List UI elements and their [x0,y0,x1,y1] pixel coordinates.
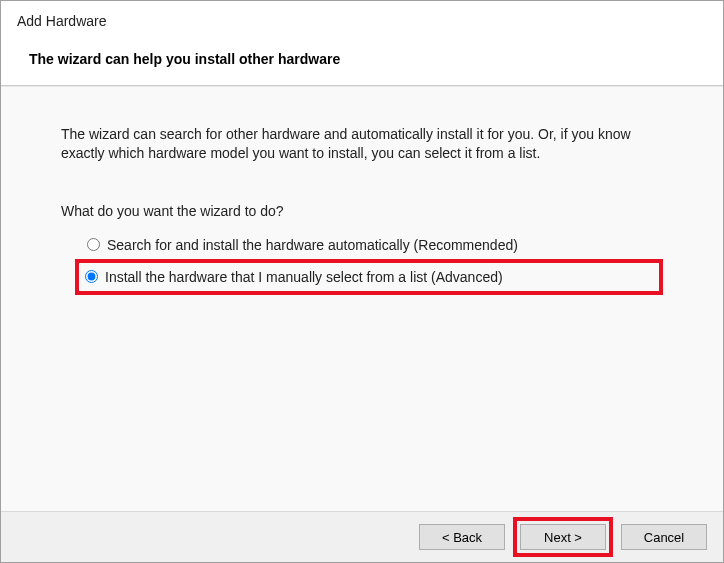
radio-group: Search for and install the hardware auto… [61,233,663,295]
wizard-footer: < Back Next > Cancel [1,511,723,562]
radio-auto-input[interactable] [87,238,100,251]
radio-option-manual[interactable]: Install the hardware that I manually sel… [75,259,663,295]
back-button[interactable]: < Back [419,524,505,550]
question-text: What do you want the wizard to do? [61,203,663,219]
wizard-header: Add Hardware The wizard can help you ins… [1,1,723,86]
radio-option-auto[interactable]: Search for and install the hardware auto… [81,233,663,257]
wizard-subtitle: The wizard can help you install other ha… [17,51,707,67]
intro-text: The wizard can search for other hardware… [61,125,663,163]
next-button[interactable]: Next > [520,524,606,550]
cancel-button[interactable]: Cancel [621,524,707,550]
wizard-content: The wizard can search for other hardware… [1,86,723,511]
window-title: Add Hardware [17,13,707,29]
radio-auto-label[interactable]: Search for and install the hardware auto… [107,237,518,253]
radio-manual-input[interactable] [85,270,98,283]
radio-manual-label[interactable]: Install the hardware that I manually sel… [105,269,503,285]
add-hardware-wizard: Add Hardware The wizard can help you ins… [0,0,724,563]
